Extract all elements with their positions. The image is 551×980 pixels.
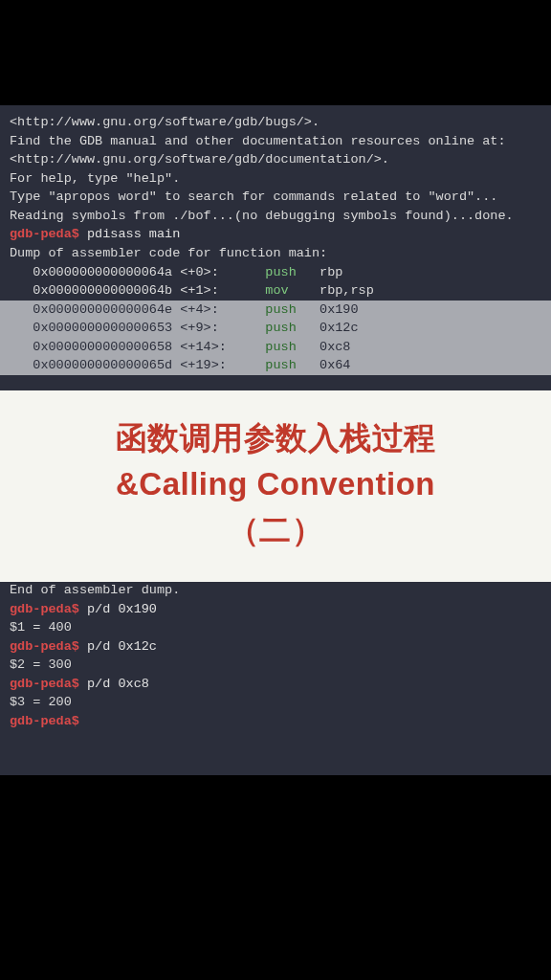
gdb-prompt: gdb-peda$ bbox=[10, 602, 79, 616]
output-line: $2 = 300 bbox=[10, 656, 541, 675]
asm-row-highlighted: 0x000000000000065d <+19>: push 0x64 bbox=[0, 356, 551, 375]
intro-line: Type "apropos word" to search for comman… bbox=[10, 188, 541, 207]
mnemonic: push bbox=[265, 265, 296, 279]
mnemonic: push bbox=[265, 321, 296, 335]
title-line-1: 函数调用参数入栈过程 bbox=[10, 415, 541, 461]
output-line: $1 = 400 bbox=[10, 618, 541, 637]
gdb-prompt: gdb-peda$ bbox=[10, 714, 79, 728]
intro-line: <http://www.gnu.org/software/gdb/documen… bbox=[10, 150, 541, 169]
command-text: p/d 0xc8 bbox=[79, 677, 149, 691]
end-dump: End of assembler dump. bbox=[10, 581, 541, 600]
command-text: p/d 0x190 bbox=[79, 602, 157, 616]
prompt-line[interactable]: gdb-peda$ bbox=[10, 712, 541, 731]
dump-header: Dump of assembler code for function main… bbox=[10, 244, 541, 263]
command-text: p/d 0x12c bbox=[79, 639, 157, 654]
prompt-line[interactable]: gdb-peda$ p/d 0xc8 bbox=[10, 675, 541, 694]
title-line-3: （二） bbox=[10, 507, 541, 553]
mnemonic: mov bbox=[265, 283, 288, 298]
gdb-prompt: gdb-peda$ bbox=[10, 639, 79, 654]
intro-line: Find the GDB manual and other documentat… bbox=[10, 132, 541, 151]
intro-line: For help, type "help". bbox=[10, 169, 541, 189]
prompt-line[interactable]: gdb-peda$ pdisass main bbox=[10, 225, 541, 244]
title-line-2: &Calling Convention bbox=[10, 461, 541, 507]
gdb-prompt: gdb-peda$ bbox=[10, 677, 79, 691]
intro-line: <http://www.gnu.org/software/gdb/bugs/>. bbox=[10, 113, 541, 132]
asm-row: 0x000000000000064b <+1>: mov rbp,rsp bbox=[10, 281, 541, 301]
title-overlay: 函数调用参数入栈过程 &Calling Convention （二） bbox=[0, 390, 551, 582]
mnemonic: push bbox=[265, 340, 296, 354]
asm-row: 0x000000000000064a <+0>: push rbp bbox=[10, 263, 541, 282]
command-text: pdisass main bbox=[79, 227, 180, 241]
gdb-prompt: gdb-peda$ bbox=[10, 227, 79, 241]
mnemonic: push bbox=[265, 302, 296, 317]
intro-line: Reading symbols from ./bof...(no debuggi… bbox=[10, 207, 541, 226]
asm-row-highlighted: 0x0000000000000653 <+9>: push 0x12c bbox=[0, 319, 551, 338]
asm-row-highlighted: 0x000000000000064e <+4>: push 0x190 bbox=[0, 301, 551, 320]
output-line: $3 = 200 bbox=[10, 693, 541, 712]
mnemonic: push bbox=[265, 358, 296, 372]
prompt-line[interactable]: gdb-peda$ p/d 0x190 bbox=[10, 600, 541, 619]
prompt-line[interactable]: gdb-peda$ p/d 0x12c bbox=[10, 637, 541, 657]
asm-row-highlighted: 0x0000000000000658 <+14>: push 0xc8 bbox=[0, 338, 551, 357]
